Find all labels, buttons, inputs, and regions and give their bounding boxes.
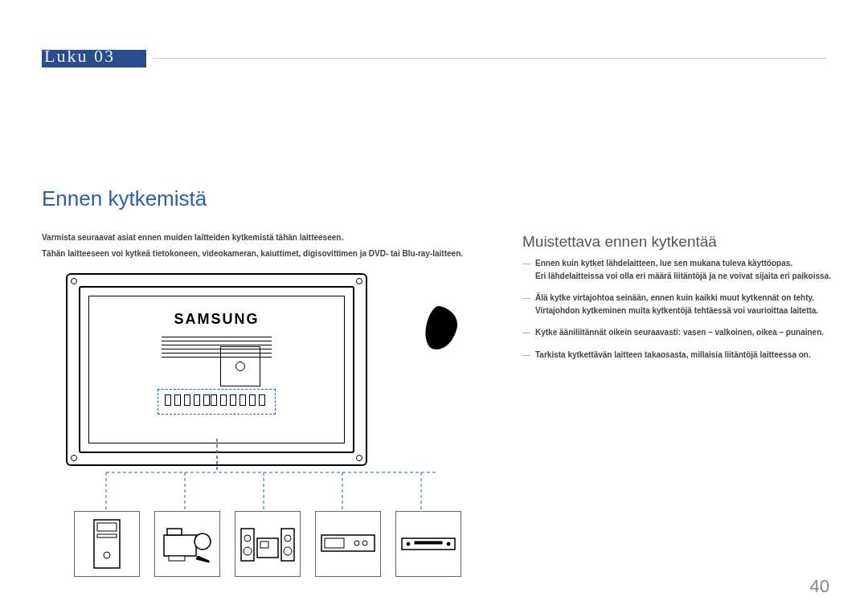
- device-dvd: [395, 511, 461, 577]
- svg-point-18: [284, 547, 292, 555]
- device-pc-tower: [74, 511, 140, 577]
- set-top-box-icon: [320, 532, 376, 556]
- intro-line-2: Tähän laitteeseen voi kytkeä tietokoneen…: [42, 247, 492, 260]
- svg-point-8: [194, 533, 211, 550]
- svg-point-17: [285, 535, 291, 541]
- dash-icon: ―: [522, 292, 530, 304]
- note-4: Tarkista kytkettävän laitteen takaosasta…: [535, 350, 811, 359]
- svg-rect-16: [281, 529, 294, 561]
- intro-line-1: Varmista seuraavat asiat ennen muiden la…: [42, 231, 492, 244]
- note-3: Kytke ääniliitännät oikein seuraavasti: …: [535, 328, 824, 337]
- cable-connector-icon: [422, 304, 461, 353]
- dash-icon: ―: [522, 349, 530, 362]
- note-item-2: ― Älä kytke virtajohtoa seinään, ennen k…: [522, 292, 840, 317]
- svg-point-25: [447, 542, 450, 546]
- device-stereo: [235, 511, 301, 577]
- note-2a: Älä kytke virtajohtoa seinään, ennen kui…: [535, 293, 814, 302]
- subsection-heading: Muistettava ennen kytkentää: [522, 233, 717, 251]
- device-row: [74, 511, 461, 577]
- note-item-4: ― Tarkista kytkettävän laitteen takaosas…: [522, 349, 840, 362]
- svg-rect-4: [97, 523, 117, 531]
- svg-rect-20: [325, 538, 344, 548]
- chapter-label: Luku 03: [44, 46, 115, 67]
- camcorder-icon: [161, 524, 214, 564]
- note-2b: Virtajohdon kytkeminen muita kytkentöjä …: [535, 304, 840, 317]
- svg-point-22: [354, 541, 359, 546]
- note-item-1: ― Ennen kuin kytket lähdelaitteen, lue s…: [522, 257, 840, 282]
- dvd-player-icon: [400, 535, 457, 553]
- svg-point-26: [407, 542, 410, 546]
- svg-rect-6: [97, 534, 117, 537]
- svg-rect-11: [241, 529, 254, 561]
- notes-list: ― Ennen kuin kytket lähdelaitteen, lue s…: [522, 257, 840, 370]
- stereo-icon: [240, 524, 296, 564]
- svg-point-13: [244, 547, 252, 555]
- connection-wires: [66, 453, 484, 517]
- header-rule: [153, 58, 826, 59]
- note-item-3: ― Kytke ääniliitännät oikein seuraavasti…: [522, 326, 840, 339]
- brand-logo: SAMSUNG: [89, 311, 344, 328]
- tv-back-panel-illustration: SAMSUNG: [66, 273, 367, 466]
- dash-icon: ―: [522, 326, 530, 339]
- svg-point-5: [104, 552, 110, 558]
- svg-rect-15: [260, 541, 268, 548]
- svg-point-21: [362, 541, 367, 546]
- device-camcorder: [154, 511, 220, 577]
- page: Luku 03 Ennen kytkemistä Varmista seuraa…: [0, 0, 868, 613]
- device-settop: [315, 511, 381, 577]
- section-heading: Ennen kytkemistä: [42, 186, 207, 211]
- intro-text: Varmista seuraavat asiat ennen muiden la…: [42, 231, 492, 260]
- dash-icon: ―: [522, 257, 530, 270]
- note-1b: Eri lähdelaitteissa voi olla eri määrä l…: [535, 270, 840, 283]
- svg-rect-10: [169, 556, 185, 561]
- note-1a: Ennen kuin kytket lähdelaitteen, lue sen…: [535, 259, 792, 268]
- ports-highlight-box: [158, 389, 276, 415]
- svg-rect-24: [415, 541, 442, 544]
- pc-tower-icon: [89, 518, 125, 570]
- page-number: 40: [810, 576, 829, 597]
- svg-rect-7: [164, 535, 196, 556]
- svg-point-12: [244, 535, 251, 541]
- svg-rect-9: [167, 529, 182, 535]
